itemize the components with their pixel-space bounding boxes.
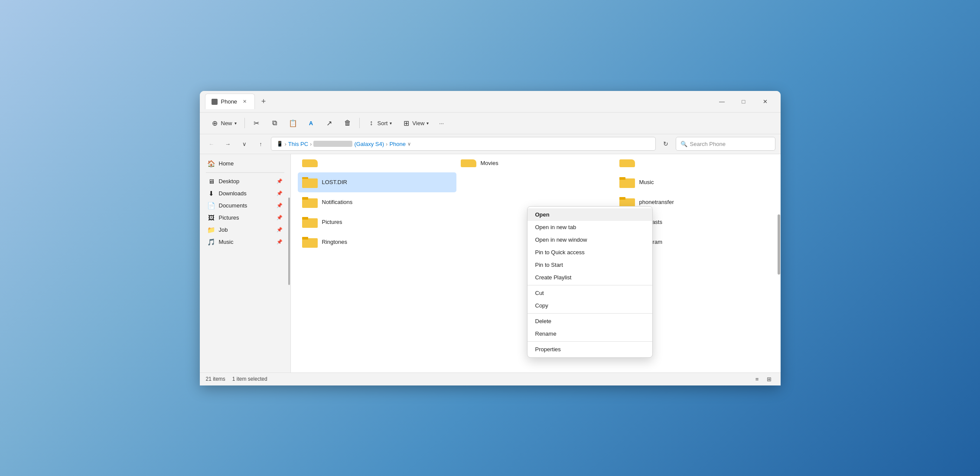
sidebar-documents-label: Documents <box>219 202 247 209</box>
breadcrumb-sep-2: › <box>310 141 312 147</box>
breadcrumb-current[interactable]: Phone <box>389 141 406 147</box>
ctx-rename-label: Rename <box>535 330 557 337</box>
sidebar-item-documents[interactable]: 📄 Documents 📌 <box>202 200 289 212</box>
pictures-pin-icon: 📌 <box>277 215 283 220</box>
file-area-scrollbar-thumb <box>778 214 780 275</box>
ctx-item-delete[interactable]: Delete <box>527 315 652 327</box>
sort-button[interactable]: ↕ Sort ▾ <box>363 117 397 129</box>
file-name-pictures: Pictures <box>322 219 342 225</box>
rename-button[interactable]: A <box>303 117 319 129</box>
more-button[interactable]: ··· <box>435 118 448 129</box>
maximize-button[interactable]: □ <box>734 94 754 108</box>
ctx-item-open-new-window[interactable]: Open in new window <box>527 233 652 246</box>
ctx-item-open[interactable]: Open <box>527 208 652 221</box>
sort-icon: ↕ <box>368 119 375 127</box>
ctx-item-pin-quick-access[interactable]: Pin to Quick access <box>527 246 652 259</box>
file-area-scrollbar[interactable] <box>777 154 781 355</box>
ctx-item-pin-start[interactable]: Pin to Start <box>527 259 652 271</box>
sidebar-item-music[interactable]: 🎵 Music 📌 <box>202 236 289 248</box>
svg-rect-13 <box>302 237 308 240</box>
sidebar-item-home[interactable]: 🏠 Home <box>202 158 289 170</box>
address-bar: ← → ∨ ↑ 📱 › This PC › (Galaxy S4) › Phon… <box>200 134 781 154</box>
folder-icon-ringtones <box>302 236 318 249</box>
refresh-button[interactable]: ↻ <box>659 137 672 150</box>
title-bar: Phone ✕ + — □ ✕ <box>200 91 781 113</box>
partial-folder-movies-label: Movies <box>481 160 498 166</box>
sort-label: Sort <box>378 120 388 126</box>
ctx-create-playlist-label: Create Playlist <box>535 274 572 281</box>
sidebar-desktop-label: Desktop <box>219 178 240 185</box>
grid-view-button[interactable]: ⊞ <box>764 374 775 384</box>
sidebar-item-desktop[interactable]: 🖥 Desktop 📌 <box>202 175 289 188</box>
delete-button[interactable]: 🗑 <box>339 117 356 129</box>
documents-pin-icon: 📌 <box>277 203 283 208</box>
svg-rect-8 <box>302 218 318 228</box>
file-item-notifications[interactable]: Notifications <box>298 192 456 212</box>
cut-button[interactable]: ✂ <box>248 117 265 129</box>
partial-folder-3[interactable] <box>615 156 774 171</box>
folder-icon-lostdir <box>302 176 318 189</box>
search-box[interactable]: 🔍 Search Phone <box>676 137 775 151</box>
file-name-lostdir: LOST.DIR <box>322 179 348 185</box>
paste-icon: 📋 <box>289 119 297 127</box>
close-button[interactable]: ✕ <box>755 94 775 108</box>
file-name-music: Music <box>639 179 654 185</box>
recent-button[interactable]: ∨ <box>238 137 251 150</box>
file-item-music[interactable]: Music <box>615 172 774 192</box>
forward-button[interactable]: → <box>221 137 234 150</box>
svg-rect-0 <box>302 178 318 188</box>
toolbar-separator-2 <box>359 118 360 128</box>
partial-folder-icon-1 <box>302 159 318 167</box>
ctx-item-properties[interactable]: Properties <box>527 343 652 356</box>
copy-button[interactable]: ⧉ <box>267 117 283 129</box>
view-button[interactable]: ⊞ View ▾ <box>398 117 433 129</box>
breadcrumb-dropdown-icon[interactable]: ∨ <box>407 141 411 147</box>
rename-icon: A <box>307 119 315 127</box>
ctx-pin-start-label: Pin to Start <box>535 262 563 268</box>
file-item-pictures[interactable]: Pictures <box>298 212 456 232</box>
ctx-item-open-new-tab[interactable]: Open in new tab <box>527 221 652 233</box>
file-name-phonetransfer: phonetransfer <box>639 199 674 205</box>
ctx-item-copy[interactable]: Copy <box>527 299 652 312</box>
ctx-item-cut[interactable]: Cut <box>527 287 652 299</box>
tab-phone[interactable]: Phone ✕ <box>205 94 255 109</box>
more-label: ··· <box>439 120 444 126</box>
file-item-lostdir[interactable]: LOST.DIR <box>298 172 456 192</box>
list-view-button[interactable]: ≡ <box>752 374 762 384</box>
delete-icon: 🗑 <box>344 119 352 127</box>
music-icon: 🎵 <box>208 238 215 246</box>
ctx-item-rename[interactable]: Rename <box>527 327 652 340</box>
breadcrumb-device[interactable]: (Galaxy S4) <box>354 141 384 147</box>
partial-folder-icon-movies <box>461 159 476 167</box>
svg-rect-3 <box>619 177 625 180</box>
new-tab-button[interactable]: + <box>257 94 270 108</box>
sidebar-item-downloads[interactable]: ⬇ Downloads 📌 <box>202 188 289 200</box>
view-chevron-icon: ▾ <box>427 121 429 126</box>
file-item-ringtones[interactable]: Ringtones <box>298 232 456 252</box>
job-icon: 📁 <box>208 226 215 234</box>
minimize-button[interactable]: — <box>712 94 732 108</box>
breadcrumb-device-blurred <box>313 141 352 147</box>
share-button[interactable]: ↗ <box>321 117 338 129</box>
ctx-item-create-playlist[interactable]: Create Playlist <box>527 271 652 284</box>
ctx-cut-label: Cut <box>535 290 544 296</box>
partial-folder-movies[interactable]: Movies <box>456 156 615 171</box>
tab-close-button[interactable]: ✕ <box>241 98 248 106</box>
svg-rect-9 <box>302 217 308 220</box>
downloads-pin-icon: 📌 <box>277 191 283 196</box>
sidebar-item-pictures[interactable]: 🖼 Pictures 📌 <box>202 212 289 224</box>
sidebar-item-job[interactable]: 📁 Job 📌 <box>202 224 289 236</box>
paste-button[interactable]: 📋 <box>285 117 301 129</box>
svg-rect-7 <box>619 197 625 200</box>
breadcrumb-thispc[interactable]: This PC <box>288 141 308 147</box>
svg-rect-1 <box>302 177 308 179</box>
tab-phone-icon <box>212 99 218 105</box>
breadcrumb[interactable]: 📱 › This PC › (Galaxy S4) › Phone ∨ <box>271 137 656 151</box>
up-button[interactable]: ↑ <box>254 137 267 150</box>
sidebar-scrollbar[interactable] <box>288 154 290 372</box>
ctx-open-label: Open <box>535 211 550 218</box>
back-button[interactable]: ← <box>205 137 218 150</box>
status-selection: 1 item selected <box>232 376 267 382</box>
partial-folder-1[interactable] <box>298 156 456 171</box>
new-button[interactable]: ⊕ New ▾ <box>207 117 241 129</box>
